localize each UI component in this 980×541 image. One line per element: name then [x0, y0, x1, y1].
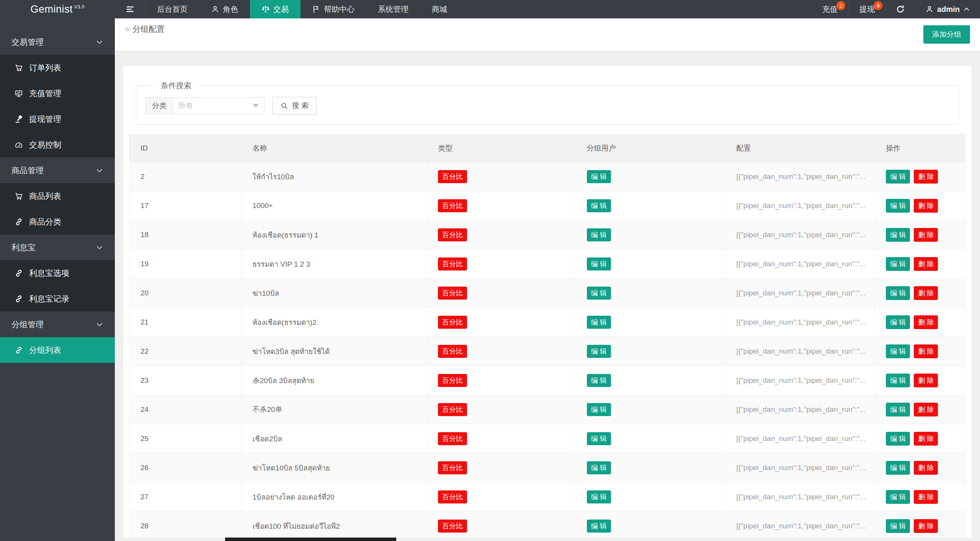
edit-button[interactable]: 编 辑: [886, 170, 910, 184]
cell-type: 百分比: [427, 308, 576, 337]
cell-id: 20: [130, 279, 242, 308]
cell-group-users: 编 辑: [576, 220, 725, 249]
refresh-button[interactable]: [885, 0, 915, 18]
sidebar-item-1-1[interactable]: 订单列表: [0, 55, 115, 80]
edit-button[interactable]: 编 辑: [886, 432, 910, 446]
column-header-1: ID: [130, 134, 242, 162]
table-row: 25เชือด2บิล百分比编 辑[{"pipei_dan_num":1,"pi…: [130, 424, 965, 453]
delete-button[interactable]: 删 除: [914, 432, 938, 446]
sidebar-group-header-2[interactable]: 商品管理: [0, 157, 115, 183]
edit-users-button[interactable]: 编 辑: [587, 170, 611, 183]
edit-users-button[interactable]: 编 辑: [587, 287, 611, 300]
sidebar-item-2-1[interactable]: 商品列表: [0, 183, 115, 209]
delete-button[interactable]: 删 除: [914, 199, 938, 213]
sidebar-item-1-2[interactable]: 充值管理: [0, 80, 115, 106]
edit-button[interactable]: 编 辑: [886, 374, 910, 387]
delete-button[interactable]: 删 除: [914, 490, 938, 504]
search-icon: [280, 102, 288, 110]
sidebar-group-header-1[interactable]: 交易管理: [0, 29, 115, 55]
edit-button[interactable]: 编 辑: [886, 228, 910, 242]
edit-users-button[interactable]: 编 辑: [587, 490, 611, 503]
nav-item-3[interactable]: 交易: [250, 0, 301, 18]
cell-actions: 编 辑删 除: [875, 162, 965, 191]
delete-button[interactable]: 删 除: [914, 257, 938, 271]
delete-button[interactable]: 删 除: [914, 374, 938, 387]
nav-item-6[interactable]: 商城: [420, 0, 459, 18]
edit-users-button[interactable]: 编 辑: [587, 316, 611, 329]
edit-button[interactable]: 编 辑: [886, 344, 910, 358]
table-row: 23杀20บิล 3บิลสุดท้าย百分比编 辑[{"pipei_dan_n…: [130, 366, 965, 395]
category-select[interactable]: 所有: [173, 98, 264, 114]
search-button[interactable]: 搜 索: [272, 97, 317, 115]
delete-button[interactable]: 删 除: [914, 461, 938, 475]
cell-type: 百分比: [427, 424, 576, 453]
sidebar-item-2-2[interactable]: 商品分类: [0, 209, 115, 234]
search-row: 分类 所有 搜 索: [145, 97, 951, 115]
chevron-down-icon: [96, 244, 103, 251]
edit-button[interactable]: 编 辑: [886, 199, 910, 213]
sidebar-group-header-3[interactable]: 利息宝: [0, 234, 115, 260]
delete-button[interactable]: 删 除: [914, 286, 938, 300]
delete-button[interactable]: 删 除: [914, 170, 938, 184]
delete-button[interactable]: 删 除: [914, 315, 938, 329]
edit-users-button[interactable]: 编 辑: [587, 403, 611, 416]
cell-type: 百分比: [427, 453, 576, 482]
cell-actions: 编 辑删 除: [875, 366, 965, 395]
search-button-label: 搜 索: [292, 101, 309, 111]
edit-button[interactable]: 编 辑: [886, 286, 910, 300]
sidebar-item-1-4[interactable]: 交易控制: [0, 132, 115, 157]
sidebar-item-3-1[interactable]: 利息宝选项: [0, 260, 115, 286]
delete-button[interactable]: 删 除: [914, 228, 938, 242]
column-header-6: 操作: [875, 134, 965, 162]
user-menu[interactable]: admin: [915, 0, 980, 18]
edit-button[interactable]: 编 辑: [886, 257, 910, 271]
horizontal-scrollbar-thumb[interactable]: [225, 538, 396, 541]
edit-button[interactable]: 编 辑: [886, 490, 910, 504]
nav-item-label: 系统管理: [378, 4, 408, 15]
sidebar: 交易管理订单列表充值管理提现管理交易控制商品管理商品列表商品分类利息宝利息宝选项…: [0, 18, 115, 541]
edit-users-button[interactable]: 编 辑: [587, 199, 611, 212]
cell-name: ฆ่าโหด3บิล สุดท้ายใช้ได้: [242, 337, 427, 366]
sidebar-group-header-4[interactable]: 分组管理: [0, 311, 115, 337]
cell-actions: 编 辑删 除: [875, 424, 965, 453]
sidebar-item-1-3[interactable]: 提现管理: [0, 106, 115, 132]
edit-users-button[interactable]: 编 辑: [587, 345, 611, 358]
edit-button[interactable]: 编 辑: [886, 315, 910, 329]
sidebar-item-4-1[interactable]: 分组列表: [0, 337, 115, 363]
table-row: 28เชือด100 ที่ไม่ยอมต่อวีไอพี2百分比编 辑[{"p…: [130, 511, 965, 541]
cell-name: 1000+: [242, 191, 427, 220]
edit-button[interactable]: 编 辑: [886, 403, 910, 416]
delete-button[interactable]: 删 除: [914, 344, 938, 358]
edit-users-button[interactable]: 编 辑: [587, 257, 611, 270]
recharge-nav-button[interactable]: 充值 2: [811, 0, 848, 18]
cell-id: 28: [130, 511, 242, 541]
edit-users-button[interactable]: 编 辑: [587, 520, 611, 533]
withdraw-nav-button[interactable]: 提现 4: [848, 0, 885, 18]
edit-users-button[interactable]: 编 辑: [587, 461, 611, 474]
edit-users-button[interactable]: 编 辑: [587, 228, 611, 241]
edit-users-button[interactable]: 编 辑: [587, 432, 611, 445]
nav-item-label: 商城: [432, 4, 447, 15]
cell-group-users: 编 辑: [576, 249, 725, 279]
cell-actions: 编 辑删 除: [875, 249, 965, 279]
delete-button[interactable]: 删 除: [914, 519, 938, 533]
sidebar-group-panel: 商品列表商品分类: [0, 183, 115, 234]
cell-config: [{"pipei_dan_num":1,"pipei_dan_run":"...: [725, 395, 875, 424]
brand-version: V3.0: [74, 4, 85, 10]
edit-button[interactable]: 编 辑: [886, 519, 910, 533]
cell-id: 25: [130, 424, 242, 453]
sidebar-toggle-button[interactable]: [115, 0, 145, 18]
cell-config: [{"pipei_dan_num":1,"pipei_dan_run":"...: [725, 511, 875, 541]
nav-item-4[interactable]: 帮助中心: [301, 0, 366, 18]
horizontal-scrollbar-track[interactable]: [115, 538, 980, 541]
sidebar-item-3-2[interactable]: 利息宝记录: [0, 286, 115, 311]
edit-users-button[interactable]: 编 辑: [587, 374, 611, 387]
nav-item-5[interactable]: 系统管理: [366, 0, 420, 18]
add-group-button[interactable]: 添加分组: [923, 25, 970, 44]
nav-item-2[interactable]: 角色: [199, 0, 250, 18]
cell-config: [{"pipei_dan_num":1,"pipei_dan_run":"...: [725, 162, 875, 191]
delete-button[interactable]: 删 除: [914, 403, 938, 416]
nav-item-1[interactable]: 后台首页: [145, 0, 199, 18]
edit-button[interactable]: 编 辑: [886, 461, 910, 475]
sidebar-group-panel: 订单列表充值管理提现管理交易控制: [0, 55, 115, 157]
